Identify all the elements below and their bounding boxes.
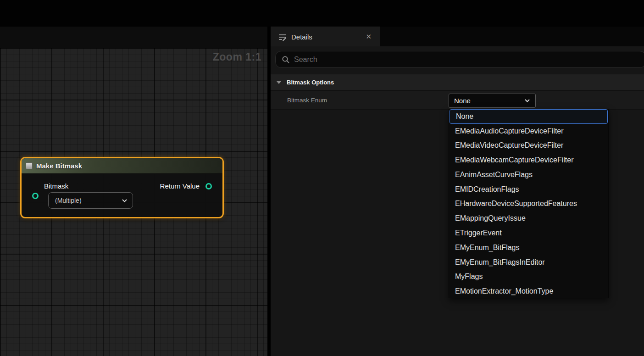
bitmask-enum-combobox[interactable]: None (449, 94, 536, 108)
details-panel: Details ✕ Bitmask Options Bitmask Enum N… (271, 27, 644, 356)
dropdown-option[interactable]: EMotionExtractor_MotionType (449, 284, 608, 299)
graph-toolbar (0, 27, 267, 48)
unreal-editor-window: Zoom 1:1 Make Bitmask Bitmask (Multiple)… (0, 0, 644, 356)
bitmask-value-dropdown-value: (Multiple) (55, 197, 122, 204)
zoom-level-label: Zoom 1:1 (213, 51, 261, 63)
dropdown-option[interactable]: EMediaVideoCaptureDeviceFilter (449, 139, 608, 153)
search-box[interactable] (275, 51, 644, 68)
input-pin-label: Bitmask (44, 182, 68, 190)
chevron-down-icon (122, 199, 127, 202)
property-row-bitmask-enum: Bitmask Enum None (271, 91, 644, 110)
bitmask-enum-combobox-value: None (454, 97, 525, 105)
dropdown-option[interactable]: EAnimAssetCurveFlags (449, 167, 608, 182)
expand-arrow-icon[interactable] (276, 81, 282, 84)
section-bitmask-options[interactable]: Bitmask Options (271, 74, 644, 91)
panel-splitter[interactable] (267, 27, 271, 356)
dropdown-option[interactable]: EHardwareDeviceSupportedFeatures (449, 197, 608, 211)
tab-strip: Details ✕ (271, 27, 644, 46)
dropdown-option[interactable]: MyFlags (449, 269, 608, 284)
make-struct-icon (26, 162, 33, 169)
search-icon (282, 56, 290, 64)
property-label: Bitmask Enum (287, 97, 327, 104)
dropdown-option[interactable]: EMediaAudioCaptureDeviceFilter (449, 124, 608, 139)
dropdown-option[interactable]: EMIDCreationFlags (449, 182, 608, 197)
bitmask-value-dropdown[interactable]: (Multiple) (48, 192, 133, 209)
enum-dropdown-list: NoneEMediaAudioCaptureDeviceFilterEMedia… (449, 109, 609, 298)
dropdown-option[interactable]: EMyEnum_BitFlags (449, 240, 608, 255)
output-pin-label: Return Value (160, 182, 200, 190)
tab-details[interactable]: Details ✕ (271, 27, 380, 46)
chevron-down-icon (525, 99, 530, 102)
return-value-output-pin[interactable] (205, 183, 212, 189)
section-title: Bitmask Options (287, 79, 334, 86)
tab-title: Details (291, 33, 364, 41)
top-menu-bar (0, 0, 644, 27)
dropdown-option[interactable]: ETriggerEvent (449, 226, 608, 240)
make-bitmask-node[interactable]: Make Bitmask Bitmask (Multiple) Return V… (20, 157, 224, 218)
dropdown-option[interactable]: None (450, 109, 608, 124)
search-input[interactable] (294, 51, 642, 67)
node-body: Bitmask (Multiple) Return Value (22, 174, 222, 217)
search-row (271, 46, 644, 72)
dropdown-option[interactable]: EMyEnum_BitFlagsInEditor (449, 255, 608, 270)
node-title: Make Bitmask (36, 162, 82, 170)
dropdown-option[interactable]: EMediaWebcamCaptureDeviceFilter (449, 153, 608, 167)
bitmask-input-pin[interactable] (32, 193, 39, 199)
dropdown-option[interactable]: EMappingQueryIssue (449, 211, 608, 226)
close-icon[interactable]: ✕ (364, 32, 373, 42)
graph-canvas[interactable]: Zoom 1:1 Make Bitmask Bitmask (Multiple)… (0, 48, 267, 356)
graph-editor: Zoom 1:1 Make Bitmask Bitmask (Multiple)… (0, 27, 267, 356)
details-icon (278, 33, 287, 41)
node-header[interactable]: Make Bitmask (22, 158, 222, 174)
